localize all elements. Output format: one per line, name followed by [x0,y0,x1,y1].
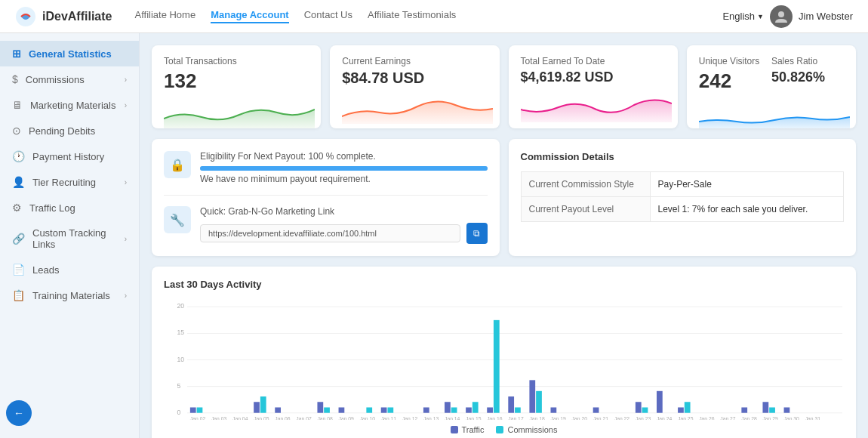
stat-card-total-earned: Total Earned To Date $4,619.82 USD [509,45,678,128]
total-earned-value: $4,619.82 USD [521,69,666,85]
eligibility-marketing-card: 🔒 Eligibility For Next Payout: 100 % com… [152,139,500,256]
sidebar-item-payment-history[interactable]: 🕐 Payment History [0,143,139,169]
nav-contact-us[interactable]: Contact Us [304,9,352,23]
nav-manage-account[interactable]: Manage Account [211,9,289,23]
sidebar-label-pending: Pending Debits [29,125,95,137]
svg-rect-40 [487,407,493,412]
unique-visitors-value: 242 [699,69,771,93]
sidebar-label-leads: Leads [32,264,59,276]
traffic-color-dot [451,426,458,433]
svg-text:Jan 30: Jan 30 [784,416,799,420]
earnings-value: $84.78 USD [342,69,487,87]
svg-text:Jan 29: Jan 29 [762,416,777,420]
marketing-link-input[interactable] [200,224,460,242]
sidebar-item-general-statistics[interactable]: ⊞ General Statistics [0,41,139,66]
sidebar-item-traffic-log[interactable]: ⚙ Traffic Log [0,195,139,221]
svg-text:0: 0 [177,409,180,416]
back-button[interactable]: ← [6,400,32,426]
language-selector[interactable]: English ▼ [722,11,764,22]
legend-traffic-label: Traffic [462,425,485,434]
middle-row: 🔒 Eligibility For Next Payout: 100 % com… [152,139,856,256]
layout: ⊞ General Statistics $ Commissions › 🖥 M… [0,33,868,438]
svg-text:Jan 08: Jan 08 [317,416,332,420]
sidebar-label-custom: Custom Tracking Links [32,227,125,250]
sidebar-item-pending-debits[interactable]: ⊙ Pending Debits [0,118,139,143]
commission-style-value: Pay-Per-Sale [650,172,844,197]
leads-icon: 📄 [12,264,25,276]
svg-rect-42 [508,396,514,413]
marketing-section: 🔧 Quick: Grab-N-Go Marketing Link ⧉ [164,206,488,244]
general-statistics-icon: ⊞ [12,48,21,60]
svg-text:Jan 02: Jan 02 [190,416,205,420]
svg-rect-30 [381,407,387,412]
svg-rect-45 [536,391,542,413]
sidebar-label-commissions: Commissions [26,74,85,85]
svg-rect-41 [494,320,500,413]
unique-visitors-label: Unique Visitors [699,56,771,66]
svg-text:Jan 31: Jan 31 [805,416,820,420]
chart-legend: Traffic Commissions [164,425,844,434]
main-content: Total Transactions 132 Current Earnings … [140,33,868,438]
user-icon [774,9,789,24]
commission-title: Commission Details [521,151,845,162]
total-earned-chart [521,88,672,122]
svg-rect-39 [472,402,479,412]
copy-link-button[interactable]: ⧉ [466,223,488,244]
eligibility-title: Eligibility For Next Payout: 100 % compl… [200,151,488,162]
legend-commissions-label: Commissions [507,425,557,434]
svg-rect-67 [769,407,775,412]
sidebar-label-payment: Payment History [32,151,104,162]
transactions-label: Total Transactions [164,56,309,66]
sidebar-label-general-statistics: General Statistics [29,48,112,60]
activity-chart-svg: 20 15 10 5 0 [164,299,844,420]
visitors-chart [699,97,850,128]
svg-rect-37 [451,407,457,412]
header: iDevAffiliate Affiliate Home Manage Acco… [0,0,868,33]
logo: iDevAffiliate [15,6,112,27]
svg-text:Jan 18: Jan 18 [529,416,544,420]
svg-rect-24 [317,402,323,412]
transactions-value: 132 [164,69,309,93]
pending-icon: ⊙ [12,125,21,137]
main-nav: Affiliate Home Manage Account Contact Us… [134,9,722,23]
avatar [770,5,793,28]
svg-rect-13 [197,407,203,412]
user-name: Jim Webster [799,11,853,22]
svg-rect-55 [642,407,648,412]
sidebar-item-training[interactable]: 📋 Training Materials › [0,282,139,308]
svg-rect-43 [515,407,521,412]
svg-text:Jan 27: Jan 27 [720,416,735,420]
marketing-link-row: ⧉ [200,223,488,244]
sidebar-item-custom-tracking[interactable]: 🔗 Custom Tracking Links › [0,221,139,257]
svg-text:Jan 25: Jan 25 [678,416,693,420]
svg-text:Jan 05: Jan 05 [254,416,269,420]
earnings-chart [342,90,493,124]
nav-testimonials[interactable]: Affiliate Testimonials [368,9,456,23]
commissions-chevron: › [125,76,127,84]
svg-text:Jan 11: Jan 11 [381,416,396,420]
progress-bar-fill [200,166,488,171]
sidebar-item-commissions[interactable]: $ Commissions › [0,66,139,92]
eligibility-icon: 🔒 [164,151,191,178]
marketing-content: Quick: Grab-N-Go Marketing Link ⧉ [200,206,488,244]
svg-rect-58 [678,407,684,412]
sidebar-item-leads[interactable]: 📄 Leads [0,257,139,282]
training-icon: 📋 [12,289,25,301]
commission-row-style: Current Commission Style Pay-Per-Sale [521,172,844,197]
svg-rect-31 [387,407,393,412]
svg-text:Jan 17: Jan 17 [508,416,523,420]
sidebar-item-marketing[interactable]: 🖥 Marketing Materials › [0,92,139,118]
custom-tracking-icon: 🔗 [12,233,25,245]
sales-ratio-label: Sales Ratio [771,56,844,66]
sidebar-item-tier-recruiting[interactable]: 👤 Tier Recruiting › [0,169,139,195]
svg-rect-50 [593,407,599,412]
svg-rect-59 [685,402,691,412]
nav-affiliate-home[interactable]: Affiliate Home [134,9,195,23]
training-chevron: › [125,291,127,300]
payment-icon: 🕐 [12,150,25,162]
stat-two-col: Unique Visitors 242 Sales Ratio 50.826% [699,56,844,94]
svg-text:Jan 09: Jan 09 [339,416,354,420]
sidebar-label-marketing: Marketing Materials [30,100,115,111]
earnings-label: Current Earnings [342,56,487,66]
eligibility-subtitle: We have no minimum payout requirement. [200,174,488,184]
